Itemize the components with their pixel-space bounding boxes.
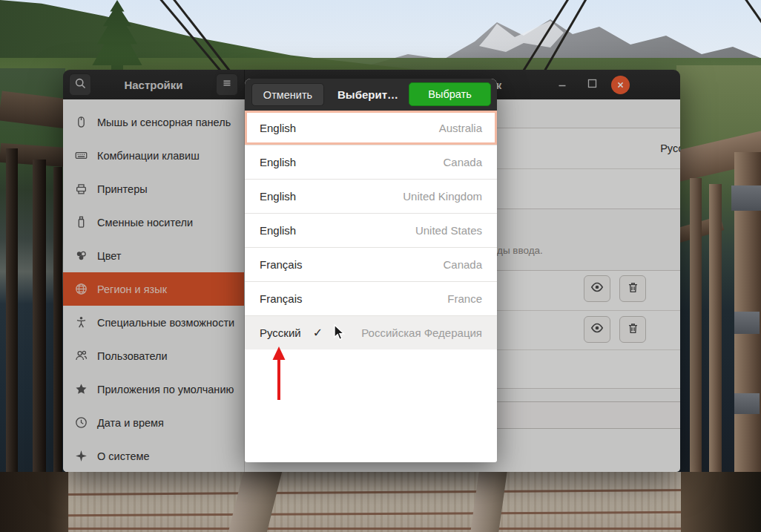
language-row-english-3[interactable]: EnglishUnited States (245, 213, 497, 247)
close-icon (611, 76, 630, 94)
language-chooser-dialog: Отменить Выберит… Выбрать EnglishAustral… (245, 79, 497, 462)
language-region: France (447, 292, 482, 305)
trash-icon (627, 281, 639, 297)
language-row-franais-4[interactable]: FrançaisCanada (245, 247, 497, 281)
hamburger-icon (221, 77, 233, 92)
bridge-plate (731, 185, 761, 211)
language-row-english-1[interactable]: EnglishCanada (245, 145, 497, 179)
language-name: English (260, 156, 296, 168)
language-name: Français (260, 292, 303, 305)
deck-edge (681, 472, 761, 532)
preview-source-button[interactable] (584, 275, 610, 302)
sidebar-item-3[interactable]: Принтеры (63, 172, 244, 206)
language-region: Canada (443, 156, 482, 168)
language-name: English (260, 190, 296, 203)
color-icon (75, 249, 88, 262)
language-name: English (260, 224, 296, 237)
sidebar-item-label: Пользователи (97, 350, 168, 362)
sidebar-item-label: Специальные возможности (97, 317, 234, 329)
language-value: Русский (Российская Федерация) (660, 142, 680, 154)
sidebar-item-label: Цвет (97, 250, 122, 262)
sidebar-item-4[interactable]: Сменные носители (63, 206, 244, 239)
language-row-franais-5[interactable]: FrançaisFrance (245, 281, 497, 315)
bridge-deck (0, 472, 761, 532)
bridge-plate (734, 312, 760, 334)
headerbar-left: Настройки (63, 70, 245, 99)
dialog-title: Выберит… (326, 79, 409, 111)
sidebar-item-2[interactable]: Комбинации клавиш (63, 139, 244, 172)
sidebar-item-10[interactable]: Дата и время (63, 406, 244, 439)
sidebar-item-label: Сменные носители (97, 217, 193, 229)
remove-source-button[interactable] (619, 275, 646, 302)
sidebar-item-label: Комбинации клавиш (97, 150, 200, 162)
remove-source-button[interactable] (619, 316, 646, 343)
dialog-headerbar: Отменить Выберит… Выбрать (245, 79, 497, 111)
language-row-русский-6[interactable]: Русский✓Российская Федерация (245, 315, 497, 349)
clock-icon (75, 416, 88, 429)
bridge-post (6, 148, 18, 472)
close-button[interactable] (611, 70, 630, 99)
maximize-button[interactable] (587, 70, 597, 99)
sidebar-item-label: Регион и язык (97, 283, 167, 295)
language-name: English (260, 122, 296, 134)
accessibility-icon (75, 316, 88, 329)
maximize-icon (587, 78, 597, 91)
sidebar-item-11[interactable]: О системе (63, 439, 244, 472)
star-icon (75, 383, 88, 395)
language-row-english-2[interactable]: EnglishUnited Kingdom (245, 179, 497, 213)
input-sources-caption: ды ввода. (497, 245, 543, 256)
select-button[interactable]: Выбрать (409, 82, 491, 106)
language-region: United Kingdom (403, 190, 482, 203)
deck-edge (0, 472, 68, 532)
sidebar-item-9[interactable]: Приложения по умолчанию (63, 372, 244, 406)
trash-icon (627, 322, 639, 338)
preview-source-button[interactable] (584, 316, 610, 343)
sidebar-item-label: Мышь и сенсорная панель (97, 116, 231, 128)
globe-icon (75, 283, 88, 295)
language-row-english-0[interactable]: EnglishAustralia (245, 111, 497, 145)
bridge-post (53, 167, 62, 472)
language-region: United States (415, 224, 482, 237)
keyboard-icon (75, 149, 88, 162)
sidebar-item-1[interactable]: Мышь и сенсорная панель (63, 105, 244, 139)
deck-gap (67, 528, 687, 530)
sidebar-item-label: Дата и время (97, 417, 164, 429)
sidebar-item-label: Принтеры (97, 183, 148, 195)
language-list: EnglishAustraliaEnglishCanadaEnglishUnit… (245, 111, 497, 349)
bridge-post (709, 184, 722, 472)
language-name: Français (260, 258, 303, 271)
language-region: Российская Федерация (361, 326, 482, 339)
eye-icon (590, 280, 604, 297)
checkmark-icon: ✓ (313, 326, 323, 340)
printer-icon (75, 183, 88, 195)
sidebar-item-6[interactable]: Регион и язык (63, 272, 244, 306)
mouse-icon (75, 116, 88, 128)
menu-button[interactable] (216, 73, 238, 96)
sidebar-item-8[interactable]: Пользователи (63, 339, 244, 372)
users-icon (75, 349, 88, 362)
minimize-icon (557, 78, 567, 91)
sidebar-item-label: О системе (97, 450, 149, 462)
minimize-button[interactable] (557, 70, 567, 99)
bridge-post (690, 178, 702, 472)
language-region: Australia (439, 122, 482, 134)
bridge-post (33, 160, 46, 472)
eye-icon (590, 321, 604, 338)
sidebar-item-7[interactable]: Специальные возможности (63, 306, 244, 339)
language-region: Canada (443, 258, 482, 271)
removable-media-icon (75, 216, 88, 229)
bridge-plate (734, 393, 760, 414)
sidebar-item-label: Приложения по умолчанию (97, 384, 234, 395)
cancel-button[interactable]: Отменить (251, 83, 324, 106)
sidebar-item-5[interactable]: Цвет (63, 239, 244, 272)
language-name: Русский (260, 326, 301, 339)
about-icon (75, 450, 88, 462)
sidebar: Мышь и сенсорная панельКомбинации клавиш… (63, 99, 245, 472)
desktop: Настройки Регион и язык (0, 0, 761, 532)
